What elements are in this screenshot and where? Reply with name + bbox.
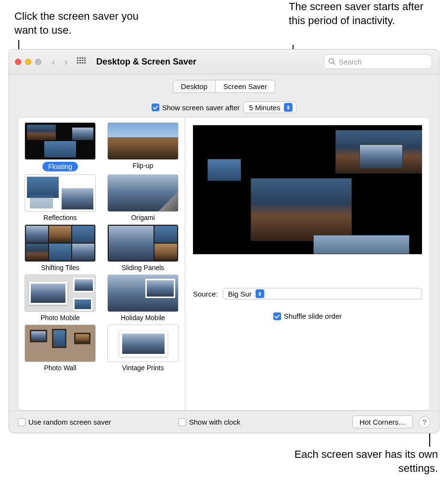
screensaver-label: Floating: [42, 162, 78, 171]
shuffle-label: Shuffle slide order: [284, 312, 342, 320]
checkbox-icon: [273, 312, 281, 320]
screensaver-label: Shifting Tiles: [41, 264, 79, 272]
forward-button[interactable]: ›: [60, 56, 72, 68]
back-button[interactable]: ‹: [47, 56, 60, 68]
show-after-popup[interactable]: 5 Minutes: [243, 102, 296, 113]
screensaver-floating[interactable]: Floating: [23, 122, 97, 171]
show-screensaver-after-checkbox[interactable]: Show screen saver after: [152, 104, 240, 112]
screensaver-label: Reflections: [43, 214, 77, 221]
main-split: Floating Flip-up: [18, 117, 430, 411]
screensaver-preview: [193, 125, 422, 254]
screensaver-vintage-prints[interactable]: Vintage Prints: [106, 324, 180, 372]
screensaver-photo-wall[interactable]: Photo Wall: [23, 324, 97, 372]
screensaver-list[interactable]: Floating Flip-up: [18, 117, 185, 411]
checkbox-icon: [179, 418, 186, 426]
screensaver-label: Photo Mobile: [40, 314, 80, 322]
screensaver-label: Photo Wall: [44, 364, 76, 372]
zoom-window-button: [35, 59, 41, 65]
minimize-window-button[interactable]: [25, 59, 31, 65]
screensaver-reflections[interactable]: Reflections: [23, 174, 97, 221]
screensaver-label: Holiday Mobile: [121, 314, 165, 322]
tab-desktop[interactable]: Desktop: [173, 80, 215, 92]
window-title: Desktop & Screen Saver: [96, 57, 196, 67]
screensaver-photo-mobile[interactable]: Photo Mobile: [23, 274, 97, 322]
hot-corners-button[interactable]: Hot Corners…: [352, 415, 413, 428]
callout-right-top: The screen saver starts after this perio…: [289, 0, 438, 27]
show-with-clock-checkbox[interactable]: Show with clock: [179, 418, 241, 426]
random-label: Use random screen saver: [28, 418, 111, 426]
window-controls: [15, 59, 41, 65]
callout-right-bottom: Each screen saver has its own settings.: [279, 448, 438, 475]
titlebar: ‹ › Desktop & Screen Saver Search: [9, 50, 439, 75]
source-label: Source:: [193, 290, 218, 298]
screensaver-holiday-mobile[interactable]: Holiday Mobile: [106, 274, 180, 322]
preferences-body: Desktop Screen Saver Show screen saver a…: [9, 75, 439, 433]
search-placeholder: Search: [339, 58, 362, 66]
help-button[interactable]: ?: [419, 416, 430, 428]
show-all-prefs-button[interactable]: [77, 57, 87, 67]
preview-pane: Source: Big Sur Shuffle slide order: [185, 117, 430, 411]
screensaver-flip-up[interactable]: Flip-up: [106, 122, 180, 171]
bottom-bar: Use random screen saver Show with clock …: [9, 411, 439, 433]
tab-bar: Desktop Screen Saver: [9, 75, 439, 98]
screensaver-label: Origami: [131, 214, 154, 221]
screensaver-sliding-panels[interactable]: Sliding Panels: [106, 224, 180, 272]
show-after-row: Show screen saver after 5 Minutes: [9, 98, 439, 117]
screensaver-label: Flip-up: [133, 162, 154, 169]
clock-label: Show with clock: [189, 418, 241, 426]
checkbox-icon: [18, 418, 26, 426]
search-input[interactable]: Search: [324, 54, 432, 69]
show-after-value: 5 Minutes: [249, 104, 280, 112]
source-value: Big Sur: [228, 290, 252, 298]
screensaver-origami[interactable]: Origami: [106, 174, 180, 221]
shuffle-slide-order-checkbox[interactable]: Shuffle slide order: [273, 312, 342, 320]
show-after-label: Show screen saver after: [162, 104, 240, 112]
search-icon: [328, 58, 336, 65]
source-popup[interactable]: Big Sur: [223, 288, 422, 299]
screensaver-label: Vintage Prints: [122, 364, 164, 372]
checkbox-icon: [152, 104, 159, 111]
callout-left: Click the screen saver you want to use.: [14, 10, 159, 37]
popup-arrows-icon: [284, 103, 293, 112]
source-row: Source: Big Sur: [193, 288, 422, 299]
tab-screen-saver[interactable]: Screen Saver: [215, 80, 275, 92]
preferences-window: ‹ › Desktop & Screen Saver Search Deskto…: [9, 49, 439, 433]
close-window-button[interactable]: [15, 59, 21, 65]
use-random-screensaver-checkbox[interactable]: Use random screen saver: [18, 418, 111, 426]
screensaver-shifting-tiles[interactable]: Shifting Tiles: [23, 224, 97, 272]
popup-arrows-icon: [256, 289, 264, 298]
screensaver-label: Sliding Panels: [122, 264, 165, 272]
